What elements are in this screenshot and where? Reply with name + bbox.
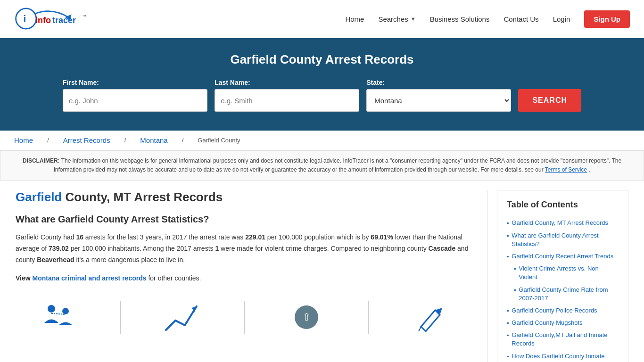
toc-link-2[interactable]: What are Garfield County Arrest Statisti… [512, 231, 619, 248]
login-button[interactable]: Login [553, 15, 570, 23]
toc-link-5[interactable]: Garfield County Crime Rate from 2007-201… [519, 286, 619, 303]
heading-rest: County, MT Arrest Records [62, 190, 223, 204]
state-label: State: [366, 79, 511, 86]
toc-item-4: Violent Crime Arrests vs. Non-Violent [507, 263, 619, 283]
breadcrumb-arrest-records[interactable]: Arrest Records [63, 136, 110, 144]
svg-text:info: info [35, 16, 51, 25]
site-header: i info tracer ™ Home Searches ▼ Business… [0, 0, 644, 38]
svg-line-9 [419, 327, 421, 331]
breadcrumb-home[interactable]: Home [14, 136, 33, 144]
toc-item-7: Garfield County Mugshots [507, 317, 619, 329]
main-nav: Home Searches ▼ Business Solutions Conta… [345, 10, 630, 28]
disclaimer-box: DISCLAIMER: The information on this webp… [0, 150, 644, 181]
toc-box: Table of Contents Garfield County, MT Ar… [497, 190, 628, 362]
nav-business-solutions[interactable]: Business Solutions [430, 15, 490, 23]
icon-people [35, 298, 82, 336]
disclaimer-bold: DISCLAIMER: [23, 157, 60, 164]
disclaimer-end: . [589, 166, 590, 173]
stat-arrest-rate: 229.01 [245, 233, 265, 241]
icon-divider-2 [244, 301, 245, 334]
view-prefix: View [16, 274, 33, 282]
disclaimer-tos-link[interactable]: Terms of Service [545, 166, 587, 173]
toc-item-9: How Does Garfield County Inmate Search W… [507, 350, 619, 362]
nav-contact-us[interactable]: Contact Us [504, 15, 538, 23]
toc-link-3[interactable]: Garfield County Recent Arrest Trends [512, 252, 613, 261]
toc-list: Garfield County, MT Arrest Records What … [507, 217, 619, 362]
svg-text:i: i [24, 14, 26, 24]
toc-link-1[interactable]: Garfield County, MT Arrest Records [512, 219, 608, 227]
toc-item-6: Garfield County Police Records [507, 304, 619, 317]
last-name-group: Last Name: [215, 79, 359, 112]
stats-paragraph: Garfield County had 16 arrests for the l… [16, 232, 473, 265]
icon-divider-3 [368, 301, 369, 334]
page-title: Garfield County Arrest Records [9, 52, 635, 67]
search-button[interactable]: SEARCH [518, 89, 581, 112]
stat-arrests: 16 [76, 233, 83, 241]
toc-item-3: Garfield County Recent Arrest Trends [507, 250, 619, 263]
breadcrumb: Home / Arrest Records / Montana / Garfie… [0, 131, 644, 150]
toc-title: Table of Contents [507, 200, 619, 210]
breadcrumb-montana[interactable]: Montana [140, 136, 167, 144]
icon-trend-up [159, 298, 206, 336]
state-group: State: Montana Alabama Alaska Arizona Ca… [366, 79, 511, 112]
stat-beaverhead: Beaverhead [37, 256, 74, 263]
svg-text:tracer: tracer [52, 16, 76, 25]
view-suffix: for other counties. [147, 274, 201, 282]
disclaimer-text: The information on this webpage is for g… [54, 157, 621, 173]
signup-button[interactable]: Sign Up [584, 10, 630, 28]
last-name-input[interactable] [215, 89, 359, 112]
toc-item-1: Garfield County, MT Arrest Records [507, 217, 619, 229]
svg-point-5 [48, 305, 55, 313]
table-of-contents: Table of Contents Garfield County, MT Ar… [487, 190, 628, 362]
breadcrumb-sep3: / [182, 137, 184, 144]
icon-scroll-up[interactable]: ⇧ [283, 298, 330, 336]
icon-row: ⇧ [16, 294, 473, 336]
chevron-down-icon: ▼ [411, 16, 416, 22]
montana-records-link[interactable]: Montana criminal and arrest records [33, 274, 147, 282]
breadcrumb-sep1: / [47, 137, 49, 144]
svg-text:™: ™ [82, 14, 86, 19]
toc-item-2: What are Garfield County Arrest Statisti… [507, 230, 619, 250]
first-name-group: First Name: [63, 79, 207, 112]
hero-section: Garfield County Arrest Records First Nam… [0, 38, 644, 131]
first-name-input[interactable] [63, 89, 207, 112]
icon-pencil [407, 298, 454, 336]
stat-violent: 1 [215, 245, 219, 252]
icon-divider-1 [120, 301, 121, 334]
content-left: Garfield County, MT Arrest Records What … [16, 190, 487, 362]
toc-link-7[interactable]: Garfield County Mugshots [512, 319, 582, 327]
main-heading: Garfield County, MT Arrest Records [16, 190, 473, 205]
view-other-counties: View Montana criminal and arrest records… [16, 273, 473, 284]
nav-searches-link[interactable]: Searches [378, 15, 408, 23]
stat-cascade: Cascade [429, 245, 456, 252]
heading-highlight: Garfield [16, 190, 62, 204]
stats-subheading: What are Garfield County Arrest Statisti… [16, 214, 473, 225]
toc-link-6[interactable]: Garfield County Police Records [512, 306, 597, 315]
nav-searches[interactable]: Searches ▼ [378, 15, 415, 23]
breadcrumb-sep2: / [124, 137, 126, 144]
logo[interactable]: i info tracer ™ [14, 5, 99, 33]
toc-link-9[interactable]: How Does Garfield County Inmate Search W… [512, 352, 619, 362]
stat-national-avg: 739.02 [49, 245, 69, 252]
toc-item-8: Garfield County,MT Jail and Inmate Recor… [507, 329, 619, 350]
first-name-label: First Name: [63, 79, 207, 86]
scroll-up-button[interactable]: ⇧ [295, 305, 318, 329]
stat-pct-lower: 69.01% [371, 233, 393, 241]
state-select[interactable]: Montana Alabama Alaska Arizona Californi… [366, 89, 511, 112]
breadcrumb-garfield-county: Garfield County [198, 137, 240, 144]
nav-home[interactable]: Home [345, 15, 364, 23]
last-name-label: Last Name: [215, 79, 359, 86]
toc-link-4[interactable]: Violent Crime Arrests vs. Non-Violent [519, 264, 619, 281]
svg-point-6 [62, 308, 69, 314]
toc-link-8[interactable]: Garfield County,MT Jail and Inmate Recor… [512, 331, 619, 348]
toc-item-5: Garfield County Crime Rate from 2007-201… [507, 284, 619, 304]
main-content: Garfield County, MT Arrest Records What … [6, 181, 638, 362]
search-form: First Name: Last Name: State: Montana Al… [63, 79, 581, 112]
